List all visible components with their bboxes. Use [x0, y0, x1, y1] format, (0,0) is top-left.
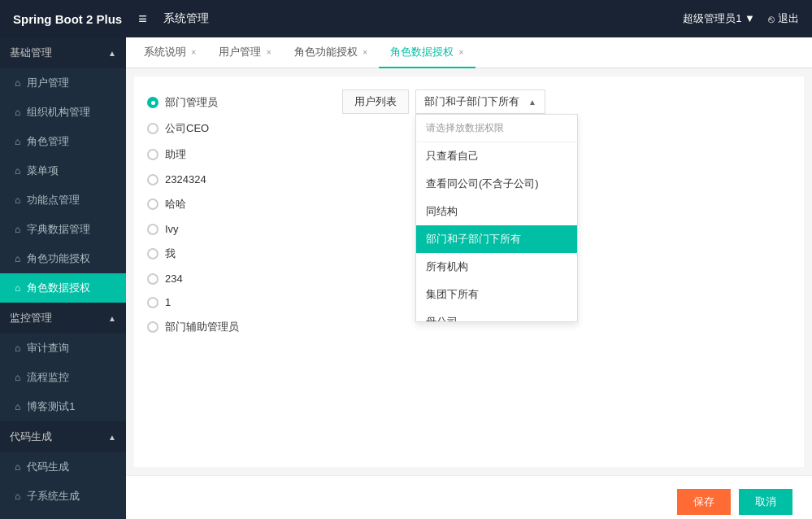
logout-button[interactable]: ⎋ 退出 [768, 11, 799, 26]
home-icon: ⌂ [15, 107, 20, 118]
tab-3[interactable]: 角色数据授权× [379, 37, 475, 68]
dropdown-menu: 请选择放数据权限 只查看自己查看同公司(不含子公司)同结构部门和子部门下所有所有… [415, 114, 578, 322]
home-icon: ⌂ [15, 224, 20, 235]
dropdown-option-6[interactable]: 母公司 [416, 308, 577, 321]
tabs-bar: 系统说明×用户管理×角色功能授权×角色数据授权× [126, 37, 812, 68]
header-system-title: 系统管理 [163, 11, 209, 26]
role-item-1[interactable]: 公司CEO [147, 116, 318, 142]
user-list-button[interactable]: 用户列表 [342, 89, 409, 114]
save-button[interactable]: 保存 [677, 489, 731, 515]
cancel-button[interactable]: 取消 [739, 489, 792, 515]
role-item-5[interactable]: Ivy [147, 217, 318, 241]
role-label-4: 哈哈 [165, 197, 186, 212]
dropdown-placeholder: 请选择放数据权限 [416, 115, 577, 142]
role-label-2: 助理 [165, 147, 186, 162]
sidebar-section-1[interactable]: 监控管理▲ [0, 303, 126, 334]
dropdown-option-1[interactable]: 查看同公司(不含子公司) [416, 170, 577, 198]
sidebar-item-label: 审计查询 [27, 341, 69, 355]
role-item-2[interactable]: 助理 [147, 142, 318, 168]
home-icon: ⌂ [15, 491, 20, 502]
data-scope-select[interactable]: 部门和子部门下所有 ▲ 请选择放数据权限 只查看自己查看同公司(不含子公司)同结… [415, 89, 545, 114]
dropdown-option-3[interactable]: 部门和子部门下所有 [416, 225, 577, 253]
sidebar-item-label: 角色功能授权 [27, 251, 90, 266]
role-label-3: 2324324 [165, 173, 206, 185]
radio-0[interactable] [147, 97, 158, 108]
sidebar-item-字典数据管理[interactable]: ⌂字典数据管理 [0, 215, 126, 244]
home-icon: ⌂ [15, 165, 20, 177]
home-icon: ⌂ [15, 461, 20, 473]
brand-title: Spring Boot 2 Plus [13, 12, 122, 26]
radio-4[interactable] [147, 198, 158, 210]
arrow-icon: ▲ [108, 433, 116, 442]
role-item-0[interactable]: 部门管理员 [147, 89, 318, 116]
role-item-4[interactable]: 哈哈 [147, 191, 318, 217]
sidebar-item-功能点管理[interactable]: ⌂功能点管理 [0, 185, 126, 215]
sidebar-item-组织机构管理[interactable]: ⌂组织机构管理 [0, 98, 126, 127]
sidebar-item-label: 流程监控 [27, 370, 69, 385]
dropdown-option-4[interactable]: 所有机构 [416, 253, 577, 281]
home-icon: ⌂ [15, 253, 20, 264]
sidebar-item-菜单项[interactable]: ⌂菜单项 [0, 156, 126, 185]
sidebar-item-博客测试1[interactable]: ⌂博客测试1 [0, 392, 126, 421]
tab-close-0[interactable]: × [191, 47, 196, 57]
role-item-7[interactable]: 234 [147, 267, 318, 290]
radio-9[interactable] [147, 321, 158, 333]
role-label-6: 我 [165, 246, 176, 261]
tab-2[interactable]: 角色功能授权× [283, 37, 379, 68]
sidebar-item-label: 角色管理 [27, 134, 69, 149]
user-menu[interactable]: 超级管理员1 ▼ [683, 11, 755, 26]
sidebar-section-label-0: 基础管理 [10, 46, 52, 60]
sidebar-item-角色功能授权[interactable]: ⌂角色功能授权 [0, 244, 126, 273]
radio-5[interactable] [147, 224, 158, 235]
dropdown-option-2[interactable]: 同结构 [416, 198, 577, 225]
role-label-1: 公司CEO [165, 121, 209, 136]
sidebar-item-label: 用户管理 [27, 76, 69, 90]
home-icon: ⌂ [15, 194, 20, 206]
radio-7[interactable] [147, 273, 158, 285]
radio-1[interactable] [147, 123, 158, 134]
sidebar-item-流程监控[interactable]: ⌂流程监控 [0, 363, 126, 392]
main-content: 部门管理员 公司CEO 助理 2324324 哈哈 Ivy 我 234 1 部门… [126, 68, 812, 519]
logout-icon: ⎋ [768, 13, 775, 25]
dropdown-option-5[interactable]: 集团下所有 [416, 281, 577, 308]
role-item-6[interactable]: 我 [147, 241, 318, 267]
select-value: 部门和子部门下所有 [424, 94, 519, 109]
arrow-icon: ▲ [108, 314, 116, 323]
sidebar-item-label: 子系统生成 [27, 489, 80, 504]
sidebar-section-2[interactable]: 代码生成▲ [0, 421, 126, 452]
sidebar-item-子系统生成[interactable]: ⌂子系统生成 [0, 482, 126, 511]
home-icon: ⌂ [15, 282, 20, 294]
header: Spring Boot 2 Plus ≡ 系统管理 超级管理员1 ▼ ⎋ 退出 [0, 0, 812, 37]
sidebar-section-0[interactable]: 基础管理▲ [0, 37, 126, 68]
sidebar-section-label-1: 监控管理 [10, 311, 52, 325]
role-item-3[interactable]: 2324324 [147, 168, 318, 191]
home-icon: ⌂ [15, 401, 20, 412]
role-item-9[interactable]: 部门辅助管理员 [147, 314, 318, 340]
menu-toggle-icon[interactable]: ≡ [132, 7, 154, 31]
sidebar-item-label: 博客测试1 [27, 399, 75, 414]
home-icon: ⌂ [15, 136, 20, 147]
sidebar-item-角色管理[interactable]: ⌂角色管理 [0, 127, 126, 156]
radio-6[interactable] [147, 248, 158, 260]
radio-3[interactable] [147, 174, 158, 185]
sidebar-item-label: 组织机构管理 [27, 105, 90, 120]
select-display[interactable]: 部门和子部门下所有 ▲ [415, 89, 545, 114]
tab-close-1[interactable]: × [266, 47, 271, 57]
radio-2[interactable] [147, 149, 158, 160]
tab-close-3[interactable]: × [458, 47, 463, 57]
sidebar-item-代码生成[interactable]: ⌂代码生成 [0, 452, 126, 482]
sidebar-item-审计查询[interactable]: ⌂审计查询 [0, 334, 126, 363]
role-label-0: 部门管理员 [165, 95, 218, 110]
sidebar-section-label-2: 代码生成 [10, 430, 52, 444]
radio-8[interactable] [147, 297, 158, 308]
sidebar-item-用户管理[interactable]: ⌂用户管理 [0, 68, 126, 98]
role-list: 部门管理员 公司CEO 助理 2324324 哈哈 Ivy 我 234 1 部门… [147, 89, 334, 340]
tab-0[interactable]: 系统说明× [132, 37, 207, 68]
role-item-8[interactable]: 1 [147, 290, 318, 314]
tab-close-2[interactable]: × [363, 47, 367, 57]
dropdown-option-0[interactable]: 只查看自己 [416, 142, 577, 170]
right-panel: 用户列表 部门和子部门下所有 ▲ 请选择放数据权限 只查看自己查看同公司(不含子… [334, 89, 791, 122]
arrow-icon: ▲ [108, 49, 116, 58]
sidebar-item-角色数据授权[interactable]: ⌂角色数据授权 [0, 273, 126, 303]
tab-1[interactable]: 用户管理× [207, 37, 282, 68]
